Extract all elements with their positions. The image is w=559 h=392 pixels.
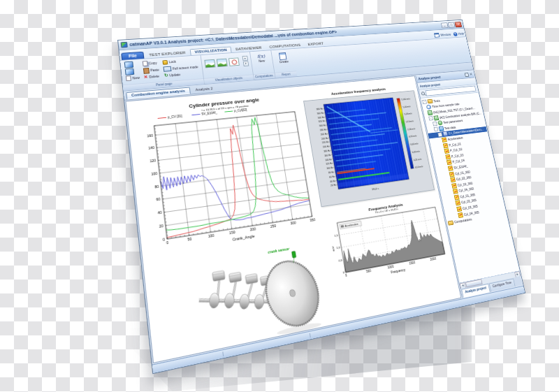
paste-icon [143,68,149,74]
fx-icon [257,54,266,59]
monitor-icon [124,61,134,68]
svg-text:60: 60 [156,197,161,202]
delete-icon [143,74,147,80]
gauge-object-thumbnail[interactable] [228,57,240,66]
new-panel-thumbnail-button[interactable] [124,61,139,68]
svg-text:SV_E104f_: SV_E104f_ [201,111,218,116]
svg-text:1500: 1500 [409,261,416,265]
acceleration-spectrogram[interactable]: 380 Hz360 Hz340 Hz320 Hz300 Hz280 Hz260 … [303,90,435,207]
help-icon [453,32,457,36]
channel-icon [453,189,458,194]
svg-text:140: 140 [148,146,155,151]
svg-text:50: 50 [187,237,192,242]
lock-icon [162,60,168,65]
tree-item-label: Tests [433,99,440,103]
ribbon-group-visualization-objects: ▲ ▼ Visualization objects [201,52,254,84]
update-icon [164,73,168,78]
expander-icon[interactable]: - [422,100,427,104]
channel-icon [442,137,447,143]
svg-text:1,5: 1,5 [334,233,339,238]
channel-icon [454,194,460,200]
transparent-checkerboard-background: catmanAP V3.0.1 Analysis project: <C:\_D… [0,0,559,392]
panel-thumbnail-button[interactable] [124,68,140,75]
image-object-thumbnail[interactable] [216,59,227,67]
svg-text:150: 150 [229,230,235,235]
close-button[interactable]: ✕ [454,22,462,27]
folder-icon [427,99,433,103]
svg-text:300: 300 [290,220,296,225]
svg-text:350: 350 [310,217,316,222]
channel-icon [445,154,451,160]
update-button[interactable]: Update [163,71,200,78]
thumbnail-scroll[interactable]: ▲ ▼ [242,56,249,66]
test-icon [427,110,433,115]
svg-text:80: 80 [154,184,159,189]
svg-text:0: 0 [162,237,165,242]
chart-object-thumbnail[interactable] [204,59,215,68]
new-computation-button[interactable]: New [253,52,270,63]
channel-icon [458,212,463,218]
fullscreen-icon [163,66,171,72]
copy-icon [142,61,147,66]
svg-text:Crank_Angle: Crank_Angle [232,234,255,242]
ribbon-group-report: Create Report [271,49,298,78]
svg-text:Frequency: Frequency [391,268,406,275]
clock-icon [426,105,432,110]
svg-text:100: 100 [151,171,158,176]
channel-icon [456,206,462,212]
channel-icon [444,148,449,154]
svg-text:500: 500 [366,269,372,273]
svg-text:40: 40 [157,210,162,215]
channel-icon [451,183,457,189]
svg-text:20: 20 [159,224,164,228]
svg-text:1,0: 1,0 [336,246,341,250]
test-icon [433,115,439,120]
create-report-button[interactable]: Create [274,50,293,64]
params-icon [437,120,443,125]
paste-button[interactable]: Paste [142,66,160,73]
close-sidebar-icon[interactable]: ✕ [470,73,473,76]
window-menu-label: Window [440,33,451,37]
channel-icon [448,166,453,171]
lock-button[interactable]: Lock [161,58,198,65]
svg-text:160: 160 [147,133,154,138]
svg-text:m/s²: m/s² [331,245,335,252]
search-icon [421,92,426,95]
expander-icon[interactable]: - [434,127,439,132]
scroll-down-icon[interactable]: ▼ [242,61,249,67]
new-page-button[interactable]: New [125,75,140,81]
cylinder-pressure-chart[interactable]: Cylinder pressure over anglet = 16.913 s… [133,92,321,264]
channel-icon [443,143,449,148]
expander-icon[interactable]: - [437,132,442,137]
svg-text:100: 100 [208,233,215,238]
channel-icon [450,177,456,182]
expander-icon[interactable]: - [428,116,433,120]
svg-text:2000: 2000 [430,257,437,261]
svg-text:p_CV [31]: p_CV [31] [168,115,182,119]
channel-icon [447,160,452,166]
tree-item-label: Computations [454,217,472,224]
folder-icon [448,220,454,226]
channel-icon [455,201,460,206]
expander-icon[interactable]: - [433,122,437,126]
window-icon [434,33,440,38]
window-menu-item[interactable]: Window [434,32,451,38]
pin-icon[interactable] [465,73,470,77]
scroll-up-icon[interactable]: ▲ [242,56,248,61]
svg-text:0: 0 [166,240,169,245]
app-icon [121,42,128,48]
svg-text:0,5: 0,5 [338,259,343,263]
svg-text:p_Cyl[32]: p_Cyl[32] [234,108,247,112]
svg-text:120: 120 [150,159,157,164]
frequency-analysis-chart[interactable]: Frequency AnalysisT0 = 0 s / dT = 19,43 … [325,196,451,288]
svg-text:250: 250 [270,224,277,228]
svg-text:0: 0 [345,273,348,277]
channel-icon [449,171,454,177]
svg-text:1000: 1000 [387,265,394,269]
file-icon [442,131,448,136]
report-icon [279,52,287,60]
delete-button[interactable]: Delete [143,73,161,80]
help-menu-item[interactable]: Help [453,31,464,36]
help-menu-label: Help [458,31,464,35]
copy-button[interactable]: Copy [141,60,159,66]
